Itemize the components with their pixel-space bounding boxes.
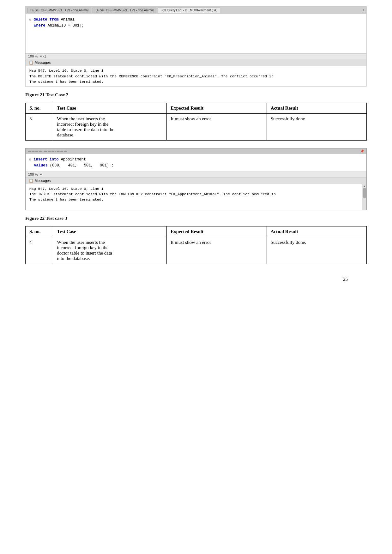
msg2-line1: Msg 547, Level 16, State 0, Line 1 bbox=[29, 186, 356, 191]
messages-label-2: Messages bbox=[35, 179, 51, 183]
sql-tab-1[interactable]: DESKTOP-SMMMSVA...ON - dbo.Animal bbox=[27, 8, 91, 13]
th-testcase-1: Test Case bbox=[53, 103, 167, 114]
sql-tab-bar-1: DESKTOP-SMMMSVA...ON - dbo.Animal DESKTO… bbox=[26, 7, 366, 14]
td-expected-1: It must show an error bbox=[167, 114, 267, 141]
sql-code-area-2[interactable]: ⊟ insert into Appointment values (889, 4… bbox=[26, 154, 366, 171]
msg2-line3: The statement has been terminated. bbox=[29, 197, 356, 202]
th-expected-1: Expected Result bbox=[167, 103, 267, 114]
test-table-1: S. no. Test Case Expected Result Actual … bbox=[25, 103, 367, 141]
messages-tab-1[interactable]: 📋 Messages bbox=[26, 59, 366, 66]
scroll-up-arrow[interactable]: ▲ bbox=[364, 185, 365, 188]
td-testcase-2: When the user inserts the incorrect fore… bbox=[53, 237, 167, 264]
tc-line1: When the user inserts the bbox=[57, 116, 105, 121]
tc-line3: table to insert the data into the bbox=[57, 127, 114, 132]
sql-code-line-3: ⊟ insert into Appointment bbox=[29, 157, 360, 163]
messages-content-1: Msg 547, Level 16, State 0, Line 1 The D… bbox=[26, 66, 366, 86]
td-testcase-1: When the user inserts the incorrect fore… bbox=[53, 114, 167, 141]
msg1-line2: The DELETE statement conflicted with the… bbox=[29, 74, 363, 79]
th-testcase-2: Test Case bbox=[53, 226, 167, 237]
sql-code-line-4: values (889, 401, 501, 901)|; bbox=[29, 163, 360, 169]
sql-tab-3-active[interactable]: SQLQuery1.sql - D...MOVA\Hemant (34) bbox=[158, 8, 220, 13]
td-sno-1: 3 bbox=[26, 114, 53, 141]
messages-icon-2: 📋 bbox=[29, 178, 33, 183]
vertical-scrollbar[interactable]: ▲ bbox=[362, 184, 366, 210]
test-table-2: S. no. Test Case Expected Result Actual … bbox=[25, 226, 367, 264]
td-expected-2: It must show an error bbox=[167, 237, 267, 264]
zoom-label-2: 100 % bbox=[28, 172, 38, 176]
sql-code-line-2: where AnimalID = 301|; bbox=[29, 23, 363, 29]
scroll-thumb[interactable] bbox=[363, 188, 366, 198]
td-actual-2: Successfully done. bbox=[267, 237, 366, 264]
figure21-caption: Figure 21 Test Case 2 bbox=[25, 92, 367, 98]
tc-line4: database. bbox=[57, 132, 74, 137]
sql-zoom-bar-2: 100 % ▾ bbox=[26, 172, 366, 178]
fig22-scroll-right: 📌 bbox=[360, 149, 364, 153]
sql-code-area-1[interactable]: ⊟ delete from Animal where AnimalID = 30… bbox=[26, 14, 366, 53]
figure22-screenshot: — — — — · — — — · — — — 📌 ⊟ insert into … bbox=[25, 148, 367, 210]
th-actual-1: Actual Result bbox=[267, 103, 366, 114]
messages-icon-1: 📋 bbox=[29, 60, 33, 65]
msg2-line2: The INSERT statement conflicted with the… bbox=[29, 191, 356, 197]
table-row-2: 4 When the user inserts the incorrect fo… bbox=[26, 237, 367, 264]
td-sno-2: 4 bbox=[26, 237, 53, 264]
sql-code-line-1: ⊟ delete from Animal bbox=[29, 17, 363, 23]
msg1-line3: The statement has been terminated. bbox=[29, 79, 363, 84]
figure22-caption: Figure 22 Test case 3 bbox=[25, 216, 367, 221]
tc2-line2: incorrect foreign key in the bbox=[57, 245, 108, 250]
th-sno-2: S. no. bbox=[26, 226, 53, 237]
zoom-label-1: 100 % bbox=[28, 54, 38, 58]
figure21-screenshot: DESKTOP-SMMMSVA...ON - dbo.Animal DESKTO… bbox=[25, 6, 367, 87]
tc2-line1: When the user inserts the bbox=[57, 240, 105, 245]
messages-label-1: Messages bbox=[35, 61, 51, 64]
messages-wrapper-2: Msg 547, Level 16, State 0, Line 1 The I… bbox=[26, 184, 366, 210]
th-sno-1: S. no. bbox=[26, 103, 53, 114]
tc2-line4: into the database. bbox=[57, 256, 90, 261]
th-actual-2: Actual Result bbox=[267, 226, 366, 237]
tc2-line3: doctor table to insert the data bbox=[57, 250, 112, 256]
page-number: 25 bbox=[25, 277, 367, 282]
tc-line2: incorrect foreign key in the bbox=[57, 122, 108, 127]
fig22-tab-indicator: — — — — · — — — · — — — bbox=[28, 150, 67, 153]
messages-content-2: Msg 547, Level 16, State 0, Line 1 The I… bbox=[26, 184, 362, 210]
sql-zoom-bar-1: 100 % ▾ ◁ bbox=[26, 53, 366, 59]
messages-tab-2[interactable]: 📋 Messages bbox=[26, 178, 366, 184]
td-actual-1: Successfully done. bbox=[267, 114, 366, 141]
sql-tab-2[interactable]: DESKTOP-SMMMSVA...ON - dbo.Animal bbox=[93, 8, 156, 13]
tab-arrow: ∧ bbox=[362, 9, 365, 12]
msg1-line1: Msg 547, Level 16, State 0, Line 1 bbox=[29, 68, 363, 73]
table-row-1: 3 When the user inserts the incorrect fo… bbox=[26, 114, 367, 141]
th-expected-2: Expected Result bbox=[167, 226, 267, 237]
